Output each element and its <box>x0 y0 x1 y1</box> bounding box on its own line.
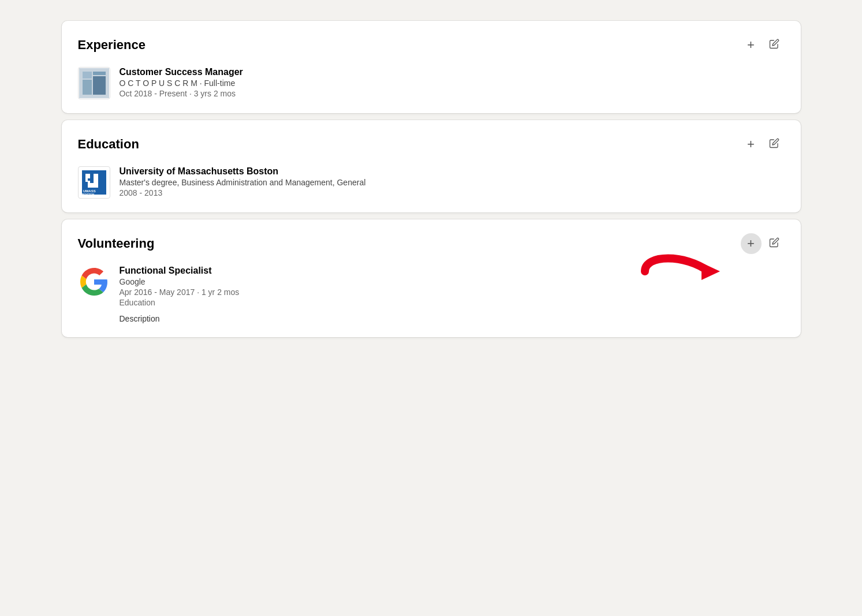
pencil-icon <box>769 39 779 52</box>
education-degree: Master's degree, Business Administration… <box>120 178 785 187</box>
volunteering-actions: + <box>741 233 785 254</box>
volunteering-entry-info: Functional Specialist Google Apr 2016 - … <box>120 266 785 323</box>
volunteering-edit-button[interactable] <box>764 233 785 254</box>
plus-icon: + <box>747 236 755 251</box>
svg-rect-5 <box>93 72 106 75</box>
svg-rect-13 <box>88 178 90 181</box>
svg-text:BOSTON: BOSTON <box>82 193 95 196</box>
experience-title: Experience <box>78 38 145 53</box>
volunteering-title: Volunteering <box>78 236 155 251</box>
experience-company: O C T O P U S C R M · Full-time <box>120 79 785 88</box>
svg-rect-11 <box>94 174 98 185</box>
education-edit-button[interactable] <box>764 134 785 155</box>
svg-rect-4 <box>83 72 92 79</box>
experience-entry-info: Customer Success Manager O C T O P U S C… <box>120 67 785 98</box>
plus-icon: + <box>747 137 755 152</box>
education-title: Education <box>78 137 139 152</box>
education-entry: UMASS BOSTON University of Massachusetts… <box>78 166 785 199</box>
experience-card: Experience + <box>62 21 801 113</box>
volunteering-category: Education <box>120 298 785 307</box>
experience-duration: Oct 2018 - Present · 3 yrs 2 mos <box>120 89 785 98</box>
pencil-icon <box>769 237 779 251</box>
volunteering-header: Volunteering + <box>78 233 785 254</box>
volunteering-role: Functional Specialist <box>120 266 785 276</box>
volunteering-duration: Apr 2016 - May 2017 · 1 yr 2 mos <box>120 288 785 297</box>
experience-actions: + <box>741 35 785 55</box>
volunteering-org: Google <box>120 277 785 286</box>
pencil-icon <box>769 138 779 151</box>
experience-entry: Customer Success Manager O C T O P U S C… <box>78 67 785 99</box>
volunteering-card: Volunteering + <box>62 219 801 337</box>
experience-company-logo <box>78 67 110 99</box>
education-school-name: University of Massachusetts Boston <box>120 166 785 177</box>
education-add-button[interactable]: + <box>741 134 762 155</box>
page-container: Experience + <box>62 12 801 346</box>
education-school-logo: UMASS BOSTON <box>78 166 110 199</box>
education-card: Education + <box>62 120 801 212</box>
volunteering-description: Description <box>120 314 785 323</box>
experience-add-button[interactable]: + <box>741 35 762 55</box>
education-entry-info: University of Massachusetts Boston Maste… <box>120 166 785 197</box>
experience-job-title: Customer Success Manager <box>120 67 785 77</box>
education-header: Education + <box>78 134 785 155</box>
experience-header: Experience + <box>78 35 785 55</box>
volunteering-entry: Functional Specialist Google Apr 2016 - … <box>78 266 785 323</box>
education-years: 2008 - 2013 <box>120 188 785 197</box>
volunteering-org-logo <box>78 266 110 298</box>
svg-rect-1 <box>83 80 92 95</box>
volunteering-add-button[interactable]: + <box>741 233 762 254</box>
svg-rect-3 <box>93 76 106 95</box>
experience-edit-button[interactable] <box>764 35 785 55</box>
education-actions: + <box>741 134 785 155</box>
plus-icon: + <box>747 38 755 53</box>
